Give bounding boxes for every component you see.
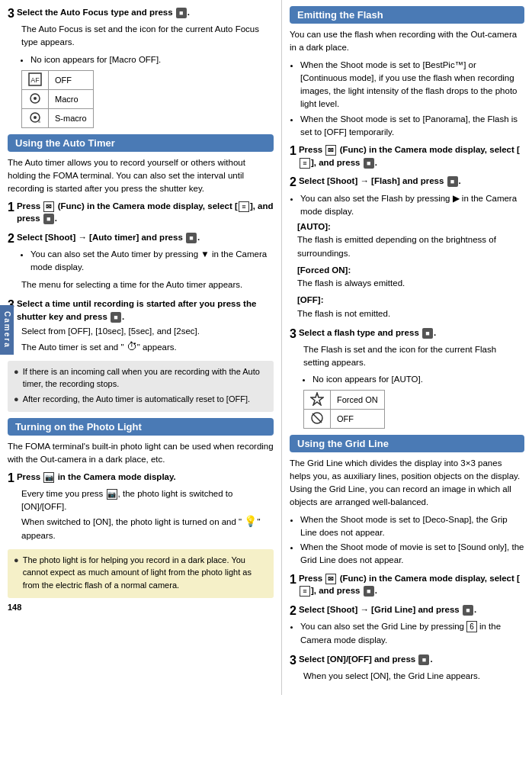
svg-marker-7 — [311, 393, 323, 405]
grid-line-intro: The Grid Line which divides the display … — [290, 457, 524, 510]
flash-labels: [AUTO]:The flash is emitted depending on… — [297, 220, 524, 320]
func-icon-gl1: ✉ — [325, 574, 336, 584]
gl-step2-bullet: You can also set the Grid Line by pressi… — [300, 620, 524, 647]
fl-step1-header: 1 Press ✉ (Func) in the Camera mode disp… — [290, 143, 524, 169]
step3-header: 3 Select the Auto Focus type and press ■… — [8, 6, 274, 21]
at-step1-header: 1 Press ✉ (Func) in the Camera mode disp… — [8, 200, 274, 225]
pl-step1-title: Press 📷 in the Camera mode display. — [17, 471, 176, 484]
confirm-icon-gl1: ■ — [364, 586, 374, 597]
macro-af-icon — [28, 92, 42, 105]
left-column: 3 Select the Auto Focus type and press ■… — [0, 0, 282, 695]
confirm-icon-r1: ■ — [364, 158, 374, 169]
confirm-icon-r2: ■ — [447, 176, 458, 187]
af-icon-2 — [22, 89, 49, 108]
at-step2-body: The menu for selecting a time for the Au… — [21, 278, 274, 291]
step3-body: The Auto Focus is set and the icon for t… — [21, 23, 274, 50]
af-label-2: Macro — [49, 89, 94, 108]
smacro-af-icon: s — [28, 111, 42, 124]
auto-label: [AUTO]:The flash is emitted depending on… — [297, 220, 524, 260]
gl-step1-header: 1 Press ✉ (Func) in the Camera mode disp… — [290, 572, 524, 597]
confirm-icon-1: ■ — [43, 214, 54, 224]
flash-label-1: Forced ON — [331, 390, 385, 409]
at-step3-header: 3 Select a time until recording is start… — [8, 297, 274, 323]
confirm-icon: ■ — [176, 8, 187, 18]
forced-on-label: [Forced ON]:The flash is always emitted. — [297, 264, 524, 291]
photo-light-step1: 1 Press 📷 in the Camera mode display. Ev… — [8, 471, 274, 543]
grid-line-heading: Using the Grid Line — [290, 435, 524, 452]
autofocus-table: AF OFF Macro s S-macro — [21, 70, 94, 128]
flash-step3: 3 Select a flash type and press ■. The F… — [290, 326, 524, 429]
gl-step3-title: Select [ON]/[OFF] and press ■. — [299, 653, 433, 666]
svg-point-5 — [34, 116, 37, 119]
grid-step1: 1 Press ✉ (Func) in the Camera mode disp… — [290, 572, 524, 597]
func-icon: ✉ — [43, 201, 54, 212]
auto-timer-step3: 3 Select a time until recording is start… — [8, 297, 274, 355]
step3-number: 3 — [8, 6, 14, 21]
af-icon-1: AF — [22, 70, 49, 89]
bullet-icon-1: ● — [14, 365, 19, 378]
gl-step3-body: When you select [ON], the Grid Line appe… — [303, 670, 524, 683]
fl-step2-bullet: You can also set the Flash by pressing ▶… — [300, 192, 524, 219]
gl-step2-title: Select [Shoot] → [Grid Line] and press ■… — [299, 603, 476, 616]
at-step2-header: 2 Select [Shoot] → [Auto timer] and pres… — [8, 231, 274, 246]
bullet-icon-3: ● — [14, 554, 19, 567]
grid-step3: 3 Select [ON]/[OFF] and press ■. When yo… — [290, 653, 524, 683]
confirm-icon-3: ■ — [111, 312, 121, 323]
grid-step2: 2 Select [Shoot] → [Grid Line] and press… — [290, 603, 524, 647]
auto-timer-heading: Using the Auto Timer — [8, 134, 274, 152]
at-step3-title: Select a time until recording is started… — [17, 297, 274, 323]
auto-timer-note-box: ● If there is an incoming call when you … — [8, 361, 274, 413]
camera-key-icon: 📷 — [43, 472, 54, 483]
bracket-icon-r1: ≡ — [300, 158, 310, 169]
gl-step2-header: 2 Select [Shoot] → [Grid Line] and press… — [290, 603, 524, 618]
grid-line-heading-text: Using the Grid Line — [297, 438, 389, 449]
pl-step1-header: 1 Press 📷 in the Camera mode display. — [8, 471, 274, 485]
flash-bullet-2: When the Shoot mode is set to [Panorama]… — [300, 113, 524, 140]
confirm-icon-gl2: ■ — [463, 605, 473, 616]
auto-timer-note-1: ● If there is an incoming call when you … — [14, 365, 268, 391]
pl-step1-body: Every time you press 📷, the photo light … — [21, 487, 274, 543]
off-label: [OFF]:The flash is not emitted. — [297, 294, 524, 320]
autofocus-step3: 3 Select the Auto Focus type and press ■… — [8, 6, 274, 128]
at-step2-title: Select [Shoot] → [Auto timer] and press … — [17, 231, 200, 244]
bullet-icon-2: ● — [14, 393, 19, 406]
step3-title: Select the Auto Focus type and press ■. — [17, 6, 190, 19]
off-flash-icon — [310, 411, 324, 425]
at-step3-body: Select from [OFF], [10sec], [5sec], and … — [21, 325, 274, 354]
flash-step1: 1 Press ✉ (Func) in the Camera mode disp… — [290, 143, 524, 169]
fl-step3-bullet: No icon appears for [AUTO]. — [312, 373, 524, 386]
gl-step3-header: 3 Select [ON]/[OFF] and press ■. — [290, 653, 524, 667]
flash-heading: Emitting the Flash — [290, 6, 524, 24]
right-column: Emitting the Flash You can use the flash… — [282, 0, 532, 695]
photo-light-note-1: ● The photo light is for helping you rec… — [14, 554, 268, 592]
confirm-icon-2: ■ — [186, 233, 197, 243]
off-af-icon: AF — [28, 72, 42, 86]
photo-light-note-box: ● The photo light is for helping you rec… — [8, 549, 274, 599]
page-number: 148 — [8, 603, 274, 612]
svg-text:s: s — [38, 119, 40, 124]
auto-timer-note-2: ● After recording, the Auto timer is aut… — [14, 393, 268, 406]
fl-step3-body: The Flash is set and the icon for the cu… — [303, 343, 524, 370]
photo-light-heading: Turning on the Photo Light — [8, 418, 274, 436]
flash-icon-2 — [304, 409, 331, 428]
gl-bullet-2: When the Shoot mode of movie is set to [… — [300, 541, 524, 568]
flash-icon-1 — [304, 390, 331, 409]
flash-step2: 2 Select [Shoot] → [Flash] and press ■. … — [290, 175, 524, 320]
af-icon-3: s — [22, 108, 49, 127]
step3-bullet: No icon appears for [Macro OFF]. — [30, 53, 274, 66]
bracket-icon-gl1: ≡ — [300, 586, 310, 597]
auto-timer-intro: The Auto timer allows you to record your… — [8, 156, 274, 196]
flash-intro: You can use the flash when recording wit… — [290, 28, 524, 55]
fl-step2-title: Select [Shoot] → [Flash] and press ■. — [299, 175, 461, 188]
fl-step3-header: 3 Select a flash type and press ■. — [290, 326, 524, 341]
fl-step1-title: Press ✉ (Func) in the Camera mode displa… — [299, 143, 524, 169]
camera-sidebar-label: Camera — [0, 305, 14, 355]
confirm-icon-r3: ■ — [422, 328, 433, 339]
af-label-1: OFF — [49, 70, 94, 89]
confirm-icon-gl3: ■ — [418, 654, 429, 665]
af-label-3: S-macro — [49, 108, 94, 127]
forced-on-icon — [310, 392, 324, 406]
fl-step2-header: 2 Select [Shoot] → [Flash] and press ■. — [290, 175, 524, 189]
svg-line-9 — [312, 413, 322, 423]
auto-timer-step2: 2 Select [Shoot] → [Auto timer] and pres… — [8, 231, 274, 291]
